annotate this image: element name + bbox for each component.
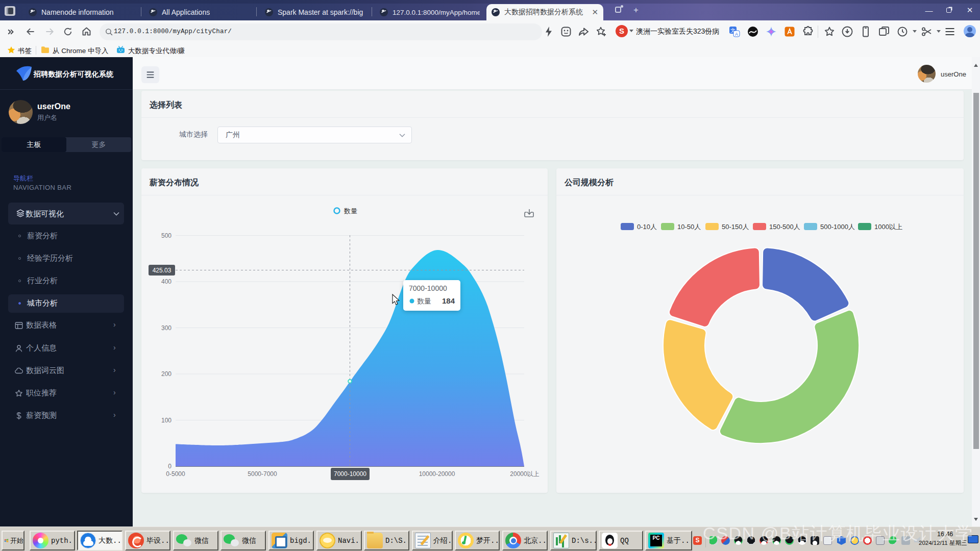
svg-text:100: 100 bbox=[161, 417, 172, 424]
svg-text:500-1000人: 500-1000人 bbox=[820, 223, 855, 231]
svg-text:300: 300 bbox=[161, 324, 172, 332]
svg-text:7000-10000: 7000-10000 bbox=[409, 284, 447, 292]
svg-text:A: A bbox=[735, 32, 738, 37]
svg-text:数量: 数量 bbox=[417, 297, 431, 305]
svg-text:150-500人: 150-500人 bbox=[769, 223, 800, 231]
svg-text:500: 500 bbox=[161, 232, 172, 239]
svg-text:1000以上: 1000以上 bbox=[874, 223, 902, 231]
svg-text:400: 400 bbox=[161, 278, 172, 285]
svg-text:10000-20000: 10000-20000 bbox=[419, 470, 455, 478]
svg-text:0-10人: 0-10人 bbox=[637, 223, 657, 231]
svg-text:10-50人: 10-50人 bbox=[677, 223, 701, 231]
svg-text:425.03: 425.03 bbox=[153, 267, 172, 274]
svg-text:0-5000: 0-5000 bbox=[166, 470, 185, 478]
svg-text:0: 0 bbox=[168, 463, 172, 470]
svg-text:50-150人: 50-150人 bbox=[722, 223, 749, 231]
svg-text:7000-10000: 7000-10000 bbox=[334, 470, 366, 478]
svg-text:184: 184 bbox=[442, 296, 455, 305]
svg-text:5000-7000: 5000-7000 bbox=[248, 470, 277, 478]
svg-text:200: 200 bbox=[161, 370, 172, 378]
svg-text:20000以上: 20000以上 bbox=[510, 470, 539, 478]
svg-text:数量: 数量 bbox=[344, 207, 357, 215]
